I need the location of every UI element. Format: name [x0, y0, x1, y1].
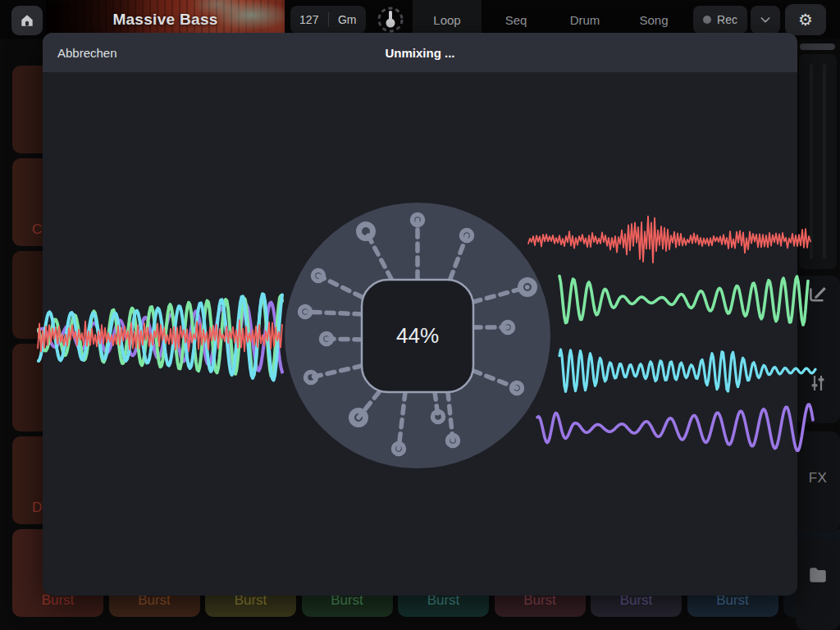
record-button[interactable]: Rec: [693, 6, 747, 34]
edit-button[interactable]: [796, 271, 840, 315]
sliders-icon: [808, 373, 828, 393]
unmixing-modal: Abbrechen Unmixing ...: [43, 33, 797, 596]
record-label: Rec: [717, 13, 737, 26]
tab-label: Song: [639, 13, 668, 27]
home-icon: [19, 12, 35, 29]
fader-panel[interactable]: [799, 54, 837, 269]
tempo-value: 127: [290, 13, 328, 26]
chevron-down-icon: [759, 13, 772, 26]
key-value: Gm: [329, 13, 367, 26]
mixer-button[interactable]: [796, 361, 840, 405]
tab-label: Seq: [505, 13, 527, 27]
tab-label: Drum: [570, 13, 600, 27]
right-rail: FX: [796, 39, 840, 630]
fx-label: FX: [809, 470, 828, 486]
gear-icon: ⚙: [798, 10, 813, 30]
metronome-button[interactable]: [372, 2, 409, 37]
project-title: Massive Bass: [112, 11, 217, 29]
folder-icon: [807, 564, 829, 586]
tab-label: Loop: [433, 13, 460, 27]
record-options-button[interactable]: [751, 6, 780, 34]
app-screen: CDisBurstBurstBurstBurstBurstBurstBurstB…: [0, 0, 840, 630]
settings-button[interactable]: ⚙: [785, 4, 826, 35]
tempo-key-display[interactable]: 127 Gm: [290, 6, 366, 34]
fader-track[interactable]: [810, 64, 813, 259]
modal-header: Abbrechen Unmixing ...: [43, 33, 797, 72]
metronome-icon: [375, 4, 406, 35]
browser-button[interactable]: [796, 553, 840, 597]
record-dot-icon: [703, 16, 711, 24]
fader-track[interactable]: [823, 64, 826, 259]
home-button[interactable]: [11, 6, 43, 35]
fx-button[interactable]: FX: [796, 456, 840, 500]
modal-title: Unmixing ...: [43, 46, 797, 60]
cancel-button[interactable]: Abbrechen: [57, 46, 117, 60]
edit-icon: [807, 282, 829, 304]
